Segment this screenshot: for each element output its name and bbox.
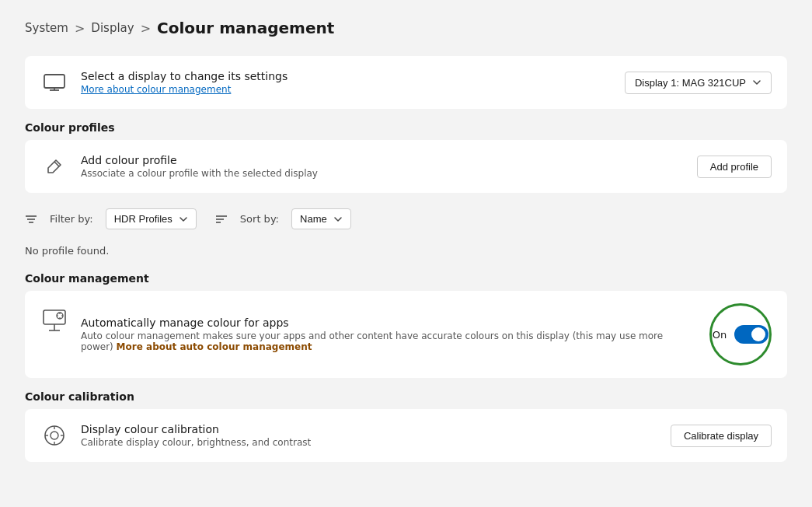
filter-label: Filter by: xyxy=(50,213,93,225)
add-profile-title: Add colour profile xyxy=(81,154,318,166)
monitor-icon xyxy=(40,68,68,96)
filter-sort-row: Filter by: HDR Profiles Sort by: Name xyxy=(25,205,787,233)
breadcrumb-display[interactable]: Display xyxy=(91,21,134,35)
auto-colour-toggle[interactable] xyxy=(734,325,768,344)
sort-dropdown[interactable]: Name xyxy=(291,208,351,229)
auto-colour-icon xyxy=(40,306,68,334)
toggle-on-label: On xyxy=(713,329,727,341)
add-colour-profile-card: Add colour profile Associate a colour pr… xyxy=(25,140,787,193)
auto-colour-link[interactable]: More about auto colour management xyxy=(117,341,312,352)
add-profile-sub: Associate a colour profile with the sele… xyxy=(81,168,318,179)
auto-colour-toggle-area: On xyxy=(713,325,768,344)
svg-rect-0 xyxy=(44,75,64,88)
pencil-icon xyxy=(40,152,68,180)
filter-icon xyxy=(25,214,37,225)
sort-icon xyxy=(215,214,228,225)
filter-dropdown[interactable]: HDR Profiles xyxy=(106,208,197,229)
display-selector-card: Select a display to change its settings … xyxy=(25,56,787,109)
add-profile-button[interactable]: Add profile xyxy=(697,156,772,178)
breadcrumb-current: Colour management xyxy=(157,19,334,37)
calibration-title: Display colour calibration xyxy=(81,423,311,435)
auto-colour-title: Automatically manage colour for apps xyxy=(81,316,697,329)
svg-point-19 xyxy=(51,432,58,439)
breadcrumb-system[interactable]: System xyxy=(25,21,68,35)
breadcrumb-sep1: > xyxy=(75,21,85,36)
breadcrumb-sep2: > xyxy=(141,21,151,36)
colour-calibration-title: Colour calibration xyxy=(25,390,787,403)
calibration-sub: Calibrate display colour, brightness, an… xyxy=(81,437,311,448)
colour-management-title: Colour management xyxy=(25,272,787,285)
colour-profiles-title: Colour profiles xyxy=(25,121,787,134)
toggle-highlight-circle: On xyxy=(709,303,772,365)
calibrate-button[interactable]: Calibrate display xyxy=(671,425,772,447)
sort-label: Sort by: xyxy=(240,213,279,225)
auto-colour-sub: Auto colour management makes sure your a… xyxy=(81,330,697,352)
auto-colour-management-card: Automatically manage colour for apps Aut… xyxy=(25,291,787,378)
no-profile-text: No profile found. xyxy=(25,242,787,260)
colour-calibration-card: Display colour calibration Calibrate dis… xyxy=(25,409,787,462)
colour-management-link[interactable]: More about colour management xyxy=(81,84,231,95)
display-hint-title: Select a display to change its settings xyxy=(81,70,288,82)
calibration-icon xyxy=(40,421,68,449)
breadcrumb: System > Display > Colour management xyxy=(25,19,787,37)
display-selector-dropdown[interactable]: Display 1: MAG 321CUP xyxy=(625,72,772,94)
